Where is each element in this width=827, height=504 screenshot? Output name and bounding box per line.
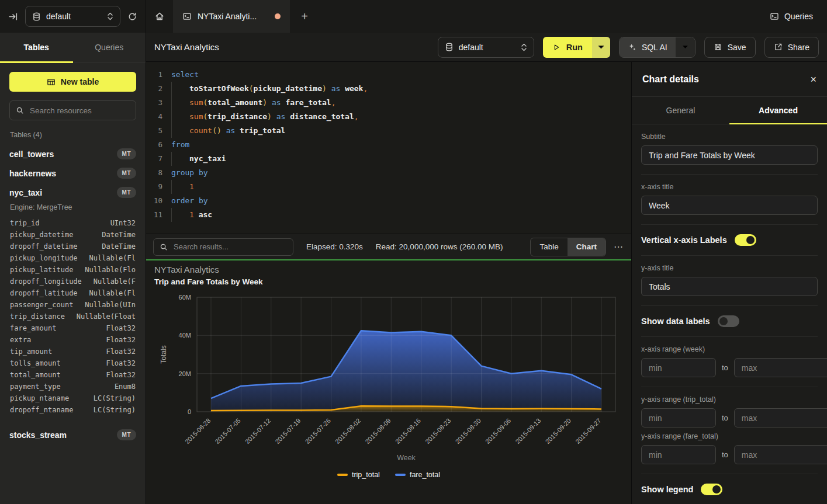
share-button-label: Share [788, 43, 809, 52]
data-labels-toggle[interactable] [718, 315, 739, 327]
yaxis-range-fare-min-input[interactable] [641, 445, 716, 464]
line-content: 1 [162, 180, 194, 194]
collapse-sidebar-icon[interactable] [8, 12, 18, 22]
yaxis-range-trip-min-input[interactable] [641, 408, 716, 427]
xaxis-title-label: x-axis title [641, 183, 818, 191]
new-table-button-label: New table [61, 77, 99, 86]
new-tab-button[interactable]: + [290, 0, 319, 33]
table-row[interactable]: nyc_taxiMT [0, 183, 146, 202]
column-type: Nullable(Fl [89, 252, 136, 264]
line-content: count() as trip_total [162, 124, 285, 138]
topbar-left: default [0, 0, 146, 33]
run-button[interactable]: Run [543, 37, 610, 58]
view-toggle-table[interactable]: Table [531, 238, 567, 256]
show-legend-row: Show legend [641, 474, 818, 495]
line-content: order by [162, 194, 208, 208]
table-row[interactable]: stocks_streamMT [0, 425, 146, 444]
code-token: sum [189, 98, 203, 107]
column-type: DateTime [102, 241, 136, 252]
sql-code: 1select2toStartOfWeek(pickup_datetime) a… [146, 68, 631, 222]
panel-tab-advanced[interactable]: Advanced [729, 97, 827, 124]
query-title: NYTaxi Analytics [154, 42, 219, 52]
svg-text:2015-07-19: 2015-07-19 [274, 417, 302, 445]
code-token: fare_total [285, 98, 331, 107]
to-label: to [722, 413, 728, 422]
sql-ai-main[interactable]: SQL AI [620, 37, 676, 57]
line-number: 3 [146, 96, 162, 110]
column-row: pickup_ntanameLC(String) [0, 392, 146, 404]
query-tab[interactable]: NYTaxi Analyti... [173, 0, 290, 33]
save-icon [714, 43, 722, 51]
code-line: 2toStartOfWeek(pickup_datetime) as week, [146, 82, 631, 96]
show-legend-toggle[interactable] [701, 484, 722, 495]
home-tab-button[interactable] [146, 0, 173, 33]
column-type: Nullable(Float [77, 311, 136, 322]
table-name: stocks_stream [9, 430, 67, 440]
column-type: Float32 [106, 322, 136, 334]
legend-item-fare_total[interactable]: fare_total [395, 471, 440, 479]
queries-button[interactable]: Queries [770, 0, 813, 33]
line-content: sum(trip_distance) as distance_total, [162, 110, 359, 124]
line-number: 8 [146, 166, 162, 180]
code-token: from [171, 140, 189, 149]
xaxis-range-min-input[interactable] [641, 358, 716, 377]
sidebar-tabs: Tables Queries [0, 33, 146, 62]
svg-text:2015-08-02: 2015-08-02 [334, 417, 362, 445]
svg-text:60M: 60M [179, 294, 191, 301]
chart-canvas[interactable]: 020M40M60MTotals2015-06-282015-07-052015… [146, 260, 631, 504]
sidebar-tab-tables[interactable]: Tables [0, 33, 73, 62]
run-options-chevron[interactable] [592, 37, 610, 58]
columns-list: trip_idUInt32pickup_datetimeDateTimedrop… [0, 217, 146, 416]
column-type: Float32 [106, 334, 136, 346]
column-name: pickup_ntaname [10, 392, 69, 404]
indent-guide [171, 96, 189, 110]
svg-text:2015-07-26: 2015-07-26 [304, 417, 332, 445]
unsaved-changes-dot [275, 13, 281, 19]
code-line: 7nyc_taxi [146, 152, 631, 166]
database-selector[interactable]: default [438, 37, 534, 58]
close-icon[interactable]: × [810, 74, 816, 85]
yaxis-range-fare-max-input[interactable] [734, 445, 827, 464]
legend-label: trip_total [352, 471, 380, 479]
code-line: 3sum(total_amount) as fare_total, [146, 96, 631, 110]
code-token: ) [267, 112, 272, 121]
refresh-icon[interactable] [127, 12, 137, 22]
code-token [267, 98, 272, 107]
chevron-up-down-icon [107, 12, 113, 20]
subtitle-input[interactable] [641, 145, 818, 165]
save-button[interactable]: Save [704, 37, 756, 58]
table-row[interactable]: cell_towersMT [0, 144, 146, 164]
xaxis-title-input[interactable] [641, 196, 818, 215]
run-button-main[interactable]: Run [543, 37, 592, 58]
results-search [153, 238, 293, 256]
code-token: 1 [189, 210, 194, 219]
vertical-labels-toggle[interactable] [735, 234, 756, 246]
sql-editor[interactable]: 1select2toStartOfWeek(pickup_datetime) a… [146, 62, 631, 234]
search-icon [160, 243, 168, 251]
sql-ai-chevron[interactable] [676, 37, 695, 57]
code-token: group by [171, 168, 208, 177]
yaxis-range-trip-max-input[interactable] [734, 408, 827, 427]
column-type: LC(String) [94, 404, 136, 416]
xaxis-range-max-input[interactable] [734, 358, 827, 377]
share-button[interactable]: Share [764, 37, 819, 58]
sql-ai-button[interactable]: SQL AI [619, 37, 695, 58]
column-name: pickup_longitude [10, 252, 78, 264]
more-options-icon[interactable]: ⋯ [614, 241, 623, 252]
database-selector[interactable]: default [25, 6, 120, 27]
svg-text:2015-09-27: 2015-09-27 [574, 417, 602, 445]
results-search-input[interactable] [172, 242, 287, 252]
panel-tab-general[interactable]: General [632, 97, 729, 124]
share-icon [774, 43, 783, 51]
data-labels-section: Show data labels [641, 306, 818, 337]
to-label: to [722, 450, 728, 459]
new-table-button[interactable]: New table [9, 72, 136, 92]
vertical-labels-label: Vertical x-axis Labels [641, 235, 727, 245]
sidebar-search-input[interactable] [29, 106, 130, 116]
table-row[interactable]: hackernewsMT [0, 164, 146, 183]
legend-item-trip_total[interactable]: trip_total [337, 471, 380, 479]
view-toggle-chart[interactable]: Chart [568, 238, 605, 256]
code-line: 10order by [146, 194, 631, 208]
yaxis-title-input[interactable] [641, 277, 818, 296]
sidebar-tab-queries[interactable]: Queries [73, 33, 146, 62]
